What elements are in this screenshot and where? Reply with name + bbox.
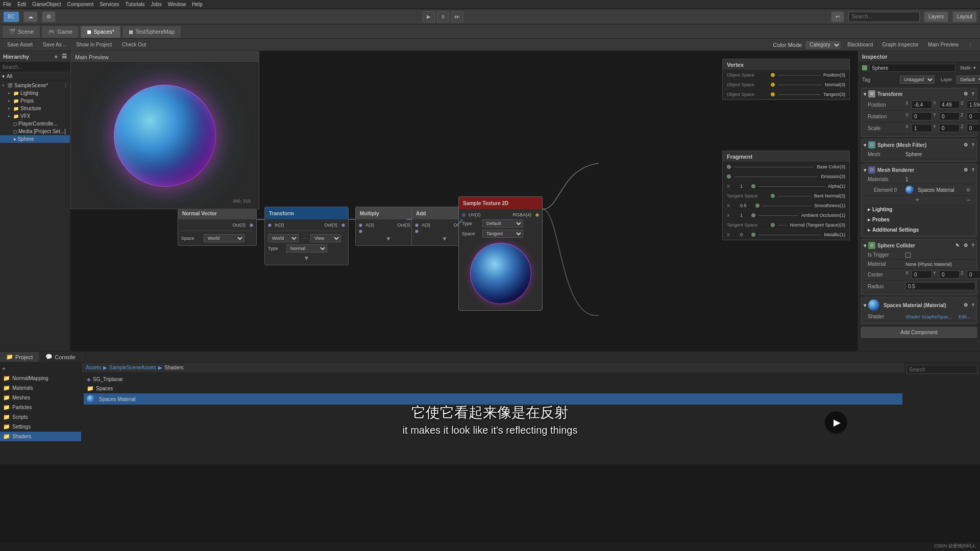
- menu-item-gameobject[interactable]: GameObject: [32, 2, 61, 7]
- project-add-button[interactable]: +: [2, 366, 6, 372]
- type-dropdown[interactable]: Normal: [286, 244, 327, 253]
- tree-item-samplescene[interactable]: ▾ 🎬 SampleScene* ⋮: [0, 82, 70, 89]
- scale-x[interactable]: [912, 124, 932, 132]
- sphere-collider-help[interactable]: ?: [972, 243, 975, 248]
- menu-item-window[interactable]: Window: [168, 2, 186, 7]
- b-port[interactable]: [415, 230, 419, 233]
- pos-z[interactable]: [967, 101, 980, 109]
- spaces-material-menu[interactable]: ⚙: [964, 303, 968, 308]
- tree-settings[interactable]: 📁 Settings: [0, 422, 81, 432]
- tree-normalmapping[interactable]: 📁 NormalMapping: [0, 373, 81, 383]
- color-mode-dropdown[interactable]: Category: [805, 40, 841, 49]
- graph-inspector-button[interactable]: Graph Inspector: [879, 41, 922, 48]
- node-transform[interactable]: Transform In(3) Out(3) World → View: [264, 207, 349, 265]
- settings-button[interactable]: ⚙: [42, 11, 56, 22]
- center-z[interactable]: [967, 270, 980, 279]
- tab-test-sphere[interactable]: ◼ TestSphereMap: [122, 26, 181, 38]
- project-search-input[interactable]: [906, 365, 978, 374]
- layers-button[interactable]: Layers: [924, 11, 948, 22]
- spaces-material-help[interactable]: ?: [972, 303, 975, 308]
- scale-z[interactable]: [967, 124, 980, 132]
- object-name-field[interactable]: [869, 64, 955, 72]
- file-sg-triplanar[interactable]: ◈ SG_Triplanar: [84, 375, 902, 384]
- space-dropdown[interactable]: Tangent: [482, 230, 523, 238]
- overflow-button[interactable]: ⋮: [965, 41, 976, 48]
- node-sample-texture-2d[interactable]: Sample Texture 2D UV(2) RGBA(4) Type Def…: [458, 196, 543, 311]
- breadcrumb-samplesceneassets[interactable]: SampleSceneAssets: [109, 365, 156, 370]
- hierarchy-add-button[interactable]: +: [55, 54, 58, 60]
- rgba-port[interactable]: [535, 213, 539, 217]
- menu-item-help[interactable]: Help: [192, 2, 203, 7]
- mesh-renderer-expand[interactable]: ▾: [864, 167, 866, 173]
- probes-section[interactable]: ▸ Probes: [864, 214, 974, 224]
- a-port[interactable]: [415, 223, 419, 227]
- mesh-filter-expand[interactable]: ▾: [864, 142, 866, 148]
- tree-item-menu[interactable]: ⋮: [63, 83, 68, 88]
- node-normal-vector[interactable]: Normal Vector Out(3) Space World: [178, 207, 257, 246]
- tree-item-structure[interactable]: ▸ 📁 Structure: [0, 105, 70, 112]
- tab-scene[interactable]: 🎬 Scene: [2, 26, 40, 38]
- file-spaces-folder[interactable]: 📁 Spaces: [84, 384, 902, 393]
- main-preview-button[interactable]: Main Preview: [925, 41, 962, 48]
- pos-y[interactable]: [939, 101, 960, 109]
- materials-add-button[interactable]: +: [915, 197, 919, 203]
- tree-item-media[interactable]: ◻ Media [Project Set...]: [0, 128, 70, 135]
- a-port[interactable]: [359, 223, 362, 227]
- play-button[interactable]: ▶: [423, 11, 435, 22]
- menu-item-jobs[interactable]: Jobs: [151, 2, 162, 7]
- hierarchy-all-item[interactable]: ▾ All: [0, 72, 70, 81]
- file-spaces-material[interactable]: Spaces Material: [84, 393, 902, 405]
- console-tab[interactable]: 💬 Console: [39, 352, 82, 362]
- sphere-collider-menu[interactable]: ⚙: [964, 243, 968, 248]
- tree-item-props[interactable]: ▸ 📁 Props: [0, 97, 70, 105]
- pos-x[interactable]: -6.4: [912, 101, 932, 109]
- account-button[interactable]: BC: [3, 11, 19, 22]
- is-trigger-checkbox[interactable]: [905, 253, 911, 258]
- add-component-button[interactable]: Add Component: [861, 327, 977, 338]
- transform-expand[interactable]: ▾: [864, 91, 866, 97]
- space-dropdown[interactable]: World: [204, 234, 244, 242]
- tree-meshes[interactable]: 📁 Meshes: [0, 393, 81, 403]
- center-x[interactable]: [912, 270, 932, 279]
- expand-arrow[interactable]: ▼: [268, 254, 345, 263]
- shader-value[interactable]: Shader Graphs/Spac...: [905, 314, 954, 319]
- project-tab[interactable]: 📁 Project: [0, 352, 39, 362]
- edit-button[interactable]: Edit...: [959, 314, 970, 319]
- lighting-section[interactable]: ▸ Lighting: [864, 204, 974, 214]
- cloud-button[interactable]: ☁: [23, 11, 38, 22]
- out-port[interactable]: [250, 223, 253, 227]
- tree-item-lighting[interactable]: ▸ 📁 Lighting: [0, 89, 70, 97]
- blackboard-button[interactable]: Blackboard: [844, 41, 876, 48]
- tree-particles[interactable]: 📁 Particles: [0, 403, 81, 412]
- check-out-button[interactable]: Check Out: [119, 41, 149, 48]
- rot-y[interactable]: [939, 112, 960, 120]
- menu-item-edit[interactable]: Edit: [17, 2, 26, 7]
- material-menu[interactable]: ⊙: [966, 187, 970, 192]
- menu-item-file[interactable]: File: [3, 2, 11, 7]
- uv-port[interactable]: [462, 213, 465, 217]
- rot-z[interactable]: [967, 112, 980, 120]
- type-dropdown[interactable]: Default: [482, 219, 523, 228]
- breadcrumb-assets[interactable]: Assets: [86, 365, 101, 370]
- hierarchy-search[interactable]: [0, 62, 70, 72]
- mesh-renderer-menu[interactable]: ⚙: [964, 167, 968, 172]
- transform-help[interactable]: ?: [972, 91, 975, 96]
- from-dropdown[interactable]: World: [268, 234, 299, 242]
- step-button[interactable]: ⏭: [451, 11, 463, 22]
- mesh-filter-menu[interactable]: ⚙: [964, 142, 968, 147]
- tree-item-vfx[interactable]: ▸ 📁 VFX: [0, 112, 70, 120]
- save-asset-button[interactable]: Save Asset: [4, 41, 36, 48]
- tab-game[interactable]: 🎮 Game: [41, 26, 79, 38]
- tree-item-sphere[interactable]: ● Sphere: [0, 135, 70, 143]
- tree-scripts[interactable]: 📁 Scripts: [0, 412, 81, 422]
- tag-dropdown[interactable]: Untagged: [900, 76, 935, 84]
- expand-arrow[interactable]: ▼: [359, 234, 418, 243]
- sphere-collider-edit[interactable]: ✎: [955, 243, 960, 248]
- save-as-button[interactable]: Save As ..: [40, 41, 69, 48]
- radius-field[interactable]: [905, 282, 975, 290]
- pause-button[interactable]: ⏸: [437, 11, 449, 22]
- to-dropdown[interactable]: View: [310, 234, 341, 242]
- scale-y[interactable]: [939, 124, 960, 132]
- play-video-button[interactable]: [825, 411, 847, 434]
- materials-remove-button[interactable]: −: [967, 197, 970, 203]
